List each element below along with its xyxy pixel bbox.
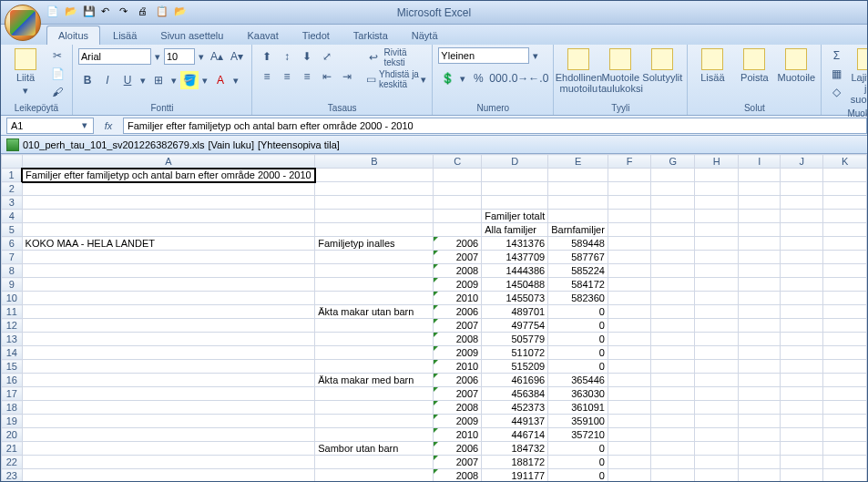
- cell-G16[interactable]: [651, 374, 695, 387]
- cell-F12[interactable]: [608, 319, 650, 333]
- tab-tiedot[interactable]: Tiedot: [291, 26, 341, 45]
- cell-G22[interactable]: [651, 456, 695, 469]
- office-button[interactable]: [5, 5, 41, 41]
- cell-J22[interactable]: [781, 456, 823, 469]
- cell-A10[interactable]: [22, 292, 315, 305]
- cell-K23[interactable]: [823, 469, 867, 483]
- row-header-14[interactable]: 14: [2, 346, 23, 360]
- cell-E20[interactable]: 357210: [548, 428, 608, 442]
- cell-H1[interactable]: [695, 169, 739, 182]
- cell-D9[interactable]: 1450488: [482, 278, 548, 292]
- copy-icon[interactable]: 📄: [48, 65, 66, 83]
- cell-D12[interactable]: 497754: [482, 319, 548, 333]
- cell-K6[interactable]: [823, 237, 867, 251]
- cell-F1[interactable]: [608, 169, 650, 182]
- font-color-button[interactable]: A: [211, 71, 230, 89]
- cell-C6[interactable]: 2006: [434, 237, 482, 251]
- cell-H13[interactable]: [695, 333, 739, 346]
- cell-A1[interactable]: Familjer efter familjetyp och antal barn…: [22, 169, 315, 182]
- cell-B6[interactable]: Familjetyp inalles: [315, 237, 434, 251]
- cell-G3[interactable]: [651, 196, 695, 210]
- row-header-22[interactable]: 22: [2, 456, 23, 469]
- cell-F7[interactable]: [608, 251, 650, 264]
- align-middle-icon[interactable]: ↕: [278, 47, 296, 66]
- cell-J3[interactable]: [781, 196, 823, 210]
- cell-B17[interactable]: [315, 387, 434, 401]
- cell-E11[interactable]: 0: [548, 305, 608, 319]
- align-right-icon[interactable]: ≡: [298, 67, 316, 86]
- cell-B5[interactable]: [315, 223, 434, 237]
- cell-I10[interactable]: [739, 292, 781, 305]
- font-name-select[interactable]: [78, 48, 151, 65]
- cell-F11[interactable]: [608, 305, 650, 319]
- cell-D18[interactable]: 452373: [482, 401, 548, 415]
- format-as-table-button[interactable]: Muotoile taulukoksi: [601, 46, 639, 96]
- cell-F22[interactable]: [608, 456, 650, 469]
- cell-D6[interactable]: 1431376: [482, 237, 548, 251]
- align-center-icon[interactable]: ≡: [278, 67, 296, 86]
- cell-B15[interactable]: [315, 360, 434, 374]
- cell-C2[interactable]: [434, 182, 482, 196]
- cell-B10[interactable]: [315, 292, 434, 305]
- cell-F15[interactable]: [608, 360, 650, 374]
- cell-I15[interactable]: [739, 360, 781, 374]
- cell-D14[interactable]: 511072: [482, 346, 548, 360]
- merge-icon[interactable]: ▭: [365, 70, 377, 88]
- cell-F3[interactable]: [608, 196, 650, 210]
- cell-E7[interactable]: 587767: [548, 251, 608, 264]
- cell-G6[interactable]: [651, 237, 695, 251]
- cell-F5[interactable]: [608, 223, 650, 237]
- sort-filter-button[interactable]: Lajittele ja suodata: [849, 46, 868, 107]
- cell-I13[interactable]: [739, 333, 781, 346]
- cell-J21[interactable]: [781, 442, 823, 456]
- cell-K15[interactable]: [823, 360, 867, 374]
- cell-G23[interactable]: [651, 469, 695, 483]
- cell-B20[interactable]: [315, 428, 434, 442]
- cell-D15[interactable]: 515209: [482, 360, 548, 374]
- fx-icon[interactable]: fx: [99, 120, 117, 131]
- cell-E19[interactable]: 359100: [548, 415, 608, 428]
- increase-decimal-icon[interactable]: .0→: [509, 69, 527, 87]
- cell-E22[interactable]: 0: [548, 456, 608, 469]
- tab-tarkista[interactable]: Tarkista: [342, 26, 399, 45]
- cell-C16[interactable]: 2006: [434, 374, 482, 387]
- cell-F2[interactable]: [608, 182, 650, 196]
- column-header-C[interactable]: C: [434, 155, 482, 169]
- row-header-9[interactable]: 9: [2, 278, 23, 292]
- cell-G8[interactable]: [651, 264, 695, 278]
- preview-icon[interactable]: 📋: [156, 5, 170, 20]
- align-bottom-icon[interactable]: ⬇: [298, 47, 316, 66]
- cell-B12[interactable]: [315, 319, 434, 333]
- font-size-select[interactable]: [164, 48, 195, 65]
- cell-K14[interactable]: [823, 346, 867, 360]
- cell-C14[interactable]: 2009: [434, 346, 482, 360]
- column-header-J[interactable]: J: [781, 155, 823, 169]
- cell-F18[interactable]: [608, 401, 650, 415]
- cut-icon[interactable]: ✂: [48, 46, 66, 65]
- cell-I19[interactable]: [739, 415, 781, 428]
- cell-K12[interactable]: [823, 319, 867, 333]
- cell-C18[interactable]: 2008: [434, 401, 482, 415]
- column-header-A[interactable]: A: [22, 155, 315, 169]
- cell-E13[interactable]: 0: [548, 333, 608, 346]
- cell-I20[interactable]: [739, 428, 781, 442]
- comma-icon[interactable]: 000: [489, 69, 507, 87]
- cell-D22[interactable]: 188172: [482, 456, 548, 469]
- cell-E5[interactable]: Barnfamiljer: [548, 223, 608, 237]
- cell-C3[interactable]: [434, 196, 482, 210]
- cell-B16[interactable]: Äkta makar med barn: [315, 374, 434, 387]
- cell-B18[interactable]: [315, 401, 434, 415]
- cell-J9[interactable]: [781, 278, 823, 292]
- cell-G18[interactable]: [651, 401, 695, 415]
- cell-E4[interactable]: [548, 210, 608, 223]
- row-header-20[interactable]: 20: [2, 428, 23, 442]
- fill-color-button[interactable]: 🪣: [180, 71, 199, 89]
- cell-B2[interactable]: [315, 182, 434, 196]
- cell-C7[interactable]: 2007: [434, 251, 482, 264]
- cell-H11[interactable]: [695, 305, 739, 319]
- cell-J1[interactable]: [781, 169, 823, 182]
- row-header-17[interactable]: 17: [2, 387, 23, 401]
- cell-H8[interactable]: [695, 264, 739, 278]
- tab-kaavat[interactable]: Kaavat: [236, 26, 289, 45]
- chevron-down-icon[interactable]: ▾: [421, 74, 426, 86]
